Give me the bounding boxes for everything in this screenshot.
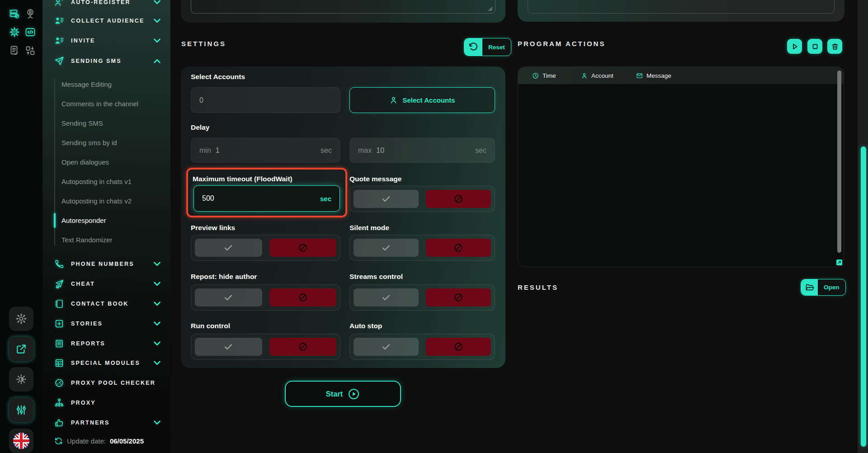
sidebar-item-collect-audience[interactable]: COLLECT AUDIENCE <box>42 12 170 30</box>
chevron-down-icon <box>154 361 160 365</box>
update-date-row: Update date: 06/05/2025 <box>42 437 170 445</box>
code-window-icon[interactable] <box>25 27 36 38</box>
sending-sms-submenu: Message Editing Comments in the channel … <box>42 75 170 250</box>
license-doc-icon[interactable] <box>9 45 20 56</box>
submenu-item-message-editing[interactable]: Message Editing <box>42 75 170 94</box>
clock-icon <box>532 72 539 79</box>
message-card-cut <box>181 0 505 23</box>
toggle-disable-button[interactable] <box>269 288 337 307</box>
select-accounts-button[interactable]: Select Accounts <box>349 87 495 113</box>
table-scrollbar-thumb[interactable] <box>837 71 841 253</box>
swap-tasks-icon[interactable] <box>25 45 36 56</box>
toggle-disable-button[interactable] <box>426 338 491 356</box>
results-title: RESULTS <box>518 283 558 291</box>
reset-button[interactable]: Reset <box>464 38 511 56</box>
toggle-enable-button[interactable] <box>195 239 262 257</box>
toggle-disable-button[interactable] <box>269 338 337 356</box>
sidebar-item-sending-sms[interactable]: SENDING SMS <box>42 52 170 70</box>
toggle-enable-button[interactable] <box>195 338 262 356</box>
user-plus-icon <box>54 0 64 7</box>
account-manager-icon[interactable] <box>25 9 36 19</box>
toggle-auto-stop <box>349 334 495 360</box>
toggle-enable-button[interactable] <box>354 288 419 307</box>
settings-gear-button[interactable] <box>9 307 33 331</box>
preferences-sliders-button[interactable] <box>9 398 33 422</box>
resize-grip-icon[interactable] <box>487 6 493 11</box>
gear-modules-icon[interactable] <box>9 27 20 38</box>
chevron-down-icon <box>154 282 160 286</box>
toggle-run-control <box>191 334 340 360</box>
program-actions-table: Time Account Message <box>518 66 844 267</box>
submenu-item-autoposting-v1[interactable]: Autoposting in chats v1 <box>42 172 170 191</box>
sidebar-item-cheat[interactable]: CHEAT <box>42 275 170 293</box>
play-icon <box>791 42 799 51</box>
program-actions-title: PROGRAM ACTIONS <box>518 40 605 47</box>
person-icon <box>581 72 588 79</box>
toggle-disable-button[interactable] <box>426 239 491 257</box>
toggle-disable-button[interactable] <box>269 239 337 257</box>
reset-label: Reset <box>482 38 511 56</box>
submenu-item-autoresponder-active[interactable]: Autoresponder <box>42 211 170 230</box>
clear-actions-button[interactable] <box>827 39 842 54</box>
submenu-item-sending-sms[interactable]: Sending SMS <box>42 113 170 133</box>
sidebar-item-reports[interactable]: REPORTS <box>42 335 170 353</box>
actions-textarea[interactable] <box>528 0 835 14</box>
floodwait-label: Maximum timeout (FloodWait) <box>193 175 292 183</box>
gauge-icon <box>54 378 64 388</box>
app-window: AUTO-REGISTER COLLECT AUDIENCE INVITE SE… <box>0 0 868 453</box>
run-control-label: Run control <box>191 322 230 330</box>
user-list-icon <box>54 36 64 46</box>
page-scrollbar-thumb[interactable] <box>861 146 866 447</box>
chevron-down-icon <box>154 19 160 23</box>
delay-max-input[interactable]: max 10 sec <box>349 138 495 163</box>
stop-actions-button[interactable] <box>807 39 822 54</box>
toggle-disable-button[interactable] <box>426 190 491 208</box>
network-icon <box>54 398 64 408</box>
phone-icon <box>54 259 64 269</box>
sidebar-item-stories[interactable]: STORIES <box>42 315 170 333</box>
message-textarea[interactable] <box>191 0 495 14</box>
sidebar-item-partners[interactable]: PARTNERS <box>42 414 170 432</box>
open-label: Open <box>818 279 845 295</box>
paper-plane-icon <box>54 56 64 66</box>
submenu-item-comments-in-the-channel[interactable]: Comments in the channel <box>42 94 170 113</box>
delay-min-input[interactable]: min 1 sec <box>191 138 340 163</box>
toggle-enable-button[interactable] <box>354 338 419 356</box>
sidebar-item-auto-register[interactable]: AUTO-REGISTER <box>42 0 170 11</box>
sidebar-item-proxy-pool-checker[interactable]: PROXY POOL CHECKER <box>42 374 170 392</box>
chevron-down-icon <box>154 341 160 346</box>
chevron-down-icon <box>154 420 160 425</box>
toggle-quote-message <box>349 186 495 212</box>
submenu-item-open-dialogues[interactable]: Open dialogues <box>42 152 170 172</box>
toggle-enable-button[interactable] <box>195 288 262 307</box>
sidebar-item-invite[interactable]: INVITE <box>42 32 170 50</box>
sidebar-item-proxy[interactable]: PROXY <box>42 394 170 412</box>
accounts-count-input[interactable]: 0 <box>191 87 340 113</box>
sidebar-item-contact-book[interactable]: CONTACT BOOK <box>42 295 170 313</box>
open-results-button[interactable]: Open <box>801 279 846 296</box>
toggle-disable-button[interactable] <box>426 288 491 307</box>
submenu-item-autoposting-v2[interactable]: Autoposting in chats v2 <box>42 191 170 211</box>
user-list-icon <box>54 16 64 26</box>
sidebar-item-special-modules[interactable]: SPECIAL MODULES <box>42 354 170 372</box>
server-status-icon[interactable] <box>9 9 20 19</box>
sync-icon[interactable] <box>54 437 63 445</box>
submenu-item-text-randomizer[interactable]: Text Randomizer <box>42 230 170 250</box>
language-flag-button[interactable] <box>9 429 33 453</box>
toggle-enable-button[interactable] <box>354 190 419 208</box>
chevron-down-icon <box>154 38 160 43</box>
run-actions-button[interactable] <box>787 39 802 54</box>
start-button[interactable]: Start <box>285 381 401 407</box>
chevron-down-icon <box>154 0 160 5</box>
floodwait-input[interactable]: 500 sec <box>193 185 340 212</box>
toggle-enable-button[interactable] <box>354 239 419 257</box>
envelope-icon <box>636 72 643 79</box>
sidebar-item-phone-numbers[interactable]: PHONE NUMBERS <box>42 255 170 273</box>
external-link-button[interactable] <box>9 337 33 361</box>
chevron-down-icon <box>154 302 160 306</box>
module-table-icon <box>54 358 64 368</box>
table-resize-handle[interactable] <box>836 260 842 265</box>
uk-flag-icon <box>13 432 30 449</box>
theme-brightness-button[interactable] <box>9 367 33 392</box>
submenu-item-sending-sms-by-id[interactable]: Sending sms by id <box>42 133 170 152</box>
